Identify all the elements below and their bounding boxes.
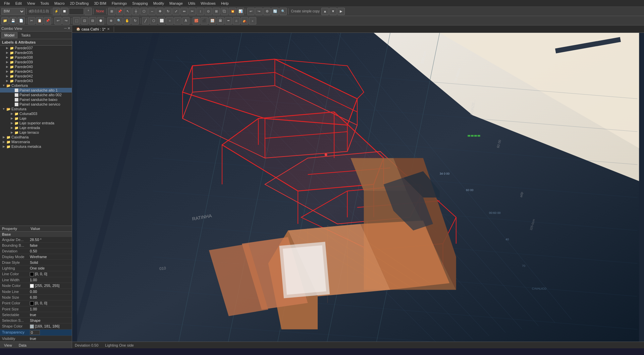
menu-tools[interactable]: Tools bbox=[38, 1, 52, 6]
viewport[interactable]: 🏠 casa Cathi : 1* ✕ bbox=[72, 25, 644, 348]
tb-offset[interactable]: ⊙ bbox=[205, 8, 212, 15]
tb2-save[interactable]: 💾 bbox=[9, 17, 17, 24]
tb-undo[interactable]: ↩ bbox=[247, 8, 255, 15]
tb2-slab[interactable]: ⬛ bbox=[201, 17, 208, 24]
tb2-new[interactable]: 📄 bbox=[17, 17, 25, 24]
tb2-window[interactable]: 🪟 bbox=[209, 17, 216, 24]
tree-item-painel-baixo[interactable]: ⬜ Painel sanduiche baixo bbox=[0, 97, 72, 102]
tb-array[interactable]: ⊞ bbox=[213, 8, 220, 15]
viewport-tab-close[interactable]: ✕ bbox=[107, 27, 110, 31]
tb2-wall[interactable]: 🧱 bbox=[193, 17, 200, 24]
tree-item-marcenaria[interactable]: ▶ 📁 Marcenaria bbox=[0, 139, 72, 144]
tb2-view-right[interactable]: ⊟ bbox=[89, 17, 96, 24]
menu-help[interactable]: Help bbox=[218, 1, 231, 6]
tb2-view-front[interactable]: ⬚ bbox=[73, 17, 80, 24]
tb-refresh[interactable]: 🔄 bbox=[271, 8, 279, 15]
menu-manage[interactable]: Manage bbox=[167, 1, 185, 6]
tb-mirror[interactable]: ⇔ bbox=[180, 8, 188, 15]
combo-close-btn[interactable]: ✕ bbox=[67, 26, 70, 31]
point-color-swatch[interactable] bbox=[30, 301, 34, 305]
tab-tasks[interactable]: Tasks bbox=[18, 32, 34, 38]
tb-chart[interactable]: 📊 bbox=[237, 8, 244, 15]
snap-btn[interactable]: 📌 bbox=[116, 8, 123, 15]
snap-value-input[interactable]: 99.99 bbox=[69, 8, 84, 15]
viewport-tab-main[interactable]: 🏠 casa Cathi : 1* ✕ bbox=[72, 26, 114, 32]
bottom-tab-view[interactable]: View bbox=[1, 343, 15, 348]
tb2-copy[interactable]: 📋 bbox=[36, 17, 43, 24]
tb2-rotate-view[interactable]: ↻ bbox=[131, 17, 139, 24]
tb-trim[interactable]: ✂ bbox=[189, 8, 196, 15]
tb2-draw-arc[interactable]: ◜ bbox=[174, 17, 181, 24]
tb2-open[interactable]: 📁 bbox=[1, 17, 9, 24]
menu-windows[interactable]: Windows bbox=[198, 1, 218, 6]
tb2-stairs[interactable]: ⌂ bbox=[233, 17, 240, 24]
menu-2ddrafting[interactable]: 2D Drafting bbox=[67, 1, 92, 6]
tb2-draw-circle[interactable]: ○ bbox=[166, 17, 173, 24]
tree-item-parede038[interactable]: ▶ 📁 Parede038 bbox=[0, 55, 72, 60]
tb-btn-deg[interactable]: ° bbox=[85, 8, 92, 15]
tree-item-painel-alto1[interactable]: ⬜ Painel sanduiche alto 1 bbox=[0, 88, 72, 93]
combo-minimize-btn[interactable]: ─ bbox=[64, 26, 67, 31]
tb2-zoom-sel[interactable]: 🔍 bbox=[115, 17, 123, 24]
tb-wire[interactable]: ⬡ bbox=[140, 8, 148, 15]
menu-utils[interactable]: Utils bbox=[185, 1, 198, 6]
tb-rotate[interactable]: ↻ bbox=[164, 8, 172, 15]
tb2-space[interactable]: ⬦ bbox=[249, 17, 256, 24]
tb-search[interactable]: 🔍 bbox=[279, 8, 287, 15]
tree-item-estrutura[interactable]: ▼ 📂 Estrutura bbox=[0, 107, 72, 111]
tree-item-laje-terraco[interactable]: ▶ 📁 Laje terraco bbox=[0, 130, 72, 135]
menu-view[interactable]: View bbox=[24, 1, 38, 6]
menu-flamingo[interactable]: Flamingo bbox=[109, 1, 129, 6]
tree-item-caixilharia[interactable]: ▶ 📁 Caixilharia bbox=[0, 135, 72, 139]
snap-toggle[interactable]: ⚡ bbox=[53, 8, 60, 15]
tree-item-estrutura-metalica[interactable]: ▶ 📁 Estrutura metalica bbox=[0, 144, 72, 149]
line-color-swatch[interactable] bbox=[30, 272, 34, 276]
tab-model[interactable]: Model bbox=[1, 32, 17, 38]
transparency-input[interactable] bbox=[30, 330, 40, 335]
tb2-paste[interactable]: 📌 bbox=[44, 17, 51, 24]
tree-item-parede040[interactable]: ▶ 📁 Parede040 bbox=[0, 64, 72, 69]
menu-edit[interactable]: Edit bbox=[13, 1, 24, 6]
tb2-undo[interactable]: ↩ bbox=[54, 17, 62, 24]
tb-extend[interactable]: ↕ bbox=[197, 8, 204, 15]
tree-item-laje-superior[interactable]: ▶ 📁 Laje superior entrada bbox=[0, 121, 72, 125]
tb-copy-opt[interactable]: ▶ bbox=[337, 8, 345, 15]
tree-item-painel-alto2[interactable]: ⬜ Painel sanduiche alto 002 bbox=[0, 93, 72, 97]
tree-item-parede037[interactable]: ▶ 📁 Parede037 bbox=[0, 46, 72, 50]
tb2-zoom-all[interactable]: ⊕ bbox=[107, 17, 115, 24]
tb-scale[interactable]: ⤢ bbox=[172, 8, 180, 15]
tree-item-parede035[interactable]: ▶ 📁 Parede035 bbox=[0, 50, 72, 55]
tb2-draw-text[interactable]: A bbox=[182, 17, 190, 24]
tb-move[interactable]: ✥ bbox=[156, 8, 164, 15]
tb2-roof[interactable]: ⛺ bbox=[241, 17, 248, 24]
tb-copy-up[interactable]: ▲ bbox=[321, 8, 329, 15]
shape-color-swatch[interactable] bbox=[30, 324, 34, 329]
tb2-draw-line[interactable]: ╱ bbox=[142, 17, 149, 24]
tb-copy-down[interactable]: ▼ bbox=[329, 8, 337, 15]
tree-item-parede043[interactable]: ▶ 📁 Parede043 bbox=[0, 78, 72, 83]
tb-clone[interactable]: ⿻ bbox=[221, 8, 228, 15]
tb2-redo[interactable]: ↪ bbox=[62, 17, 70, 24]
tb2-draw-rect[interactable]: ⬜ bbox=[158, 17, 165, 24]
tb-dim[interactable]: ↔ bbox=[148, 8, 156, 15]
tree-item-parede042[interactable]: ▶ 📁 Parede042 bbox=[0, 74, 72, 78]
tb-explode[interactable]: 💥 bbox=[229, 8, 236, 15]
tree-item-cobertura[interactable]: ▼ 📂 Cobertura bbox=[0, 83, 72, 88]
tree-item-parede041[interactable]: ▶ 📁 Parede041 bbox=[0, 69, 72, 74]
node-color-swatch[interactable] bbox=[30, 284, 34, 288]
tree-item-coluna003[interactable]: ▶ 📁 Coluna003 bbox=[0, 111, 72, 116]
tb2-pan[interactable]: ✋ bbox=[123, 17, 131, 24]
tb-settings[interactable]: ⚙ bbox=[263, 8, 271, 15]
tree-item-parede039[interactable]: ▶ 📁 Parede039 bbox=[0, 60, 72, 64]
tb-ortho[interactable]: ┼ bbox=[132, 8, 140, 15]
menu-3dbim[interactable]: 3D BIM bbox=[91, 1, 109, 6]
tb2-view-top[interactable]: ⊡ bbox=[81, 17, 88, 24]
tb-arrow[interactable]: ↖ bbox=[124, 8, 131, 15]
tb2-beam[interactable]: ━ bbox=[225, 17, 232, 24]
tb2-column[interactable]: 🏛 bbox=[217, 17, 224, 24]
tb2-draw-poly[interactable]: ⬡ bbox=[150, 17, 157, 24]
tb2-view-3d[interactable]: ⬣ bbox=[97, 17, 104, 24]
tree-item-painel-servico[interactable]: ⬜ Painel sanduiche servico bbox=[0, 102, 72, 107]
menu-snapping[interactable]: Snapping bbox=[129, 1, 151, 6]
tb-btn-1[interactable]: 🔲 bbox=[61, 8, 68, 15]
